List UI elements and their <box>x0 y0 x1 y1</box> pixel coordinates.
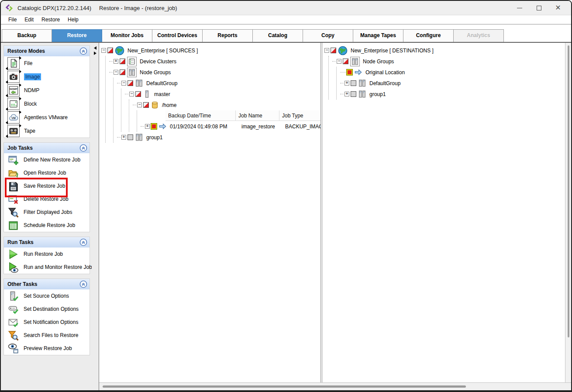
tree-expander-minus[interactable]: − <box>114 70 118 75</box>
backup-table-column-header[interactable]: Job Type <box>279 110 320 120</box>
tree-children: −Node GroupsOriginal Location+DefaultGro… <box>328 56 565 100</box>
minimize-button[interactable] <box>510 1 529 14</box>
tree-node-label[interactable]: New_Enterprise [ DESTINATIONS ] <box>350 47 434 54</box>
sidebar-item-save-restore-job[interactable]: Save Restore Job <box>4 179 90 193</box>
vertical-scrollbar[interactable] <box>565 43 571 382</box>
tree-checkbox-partial[interactable] <box>135 91 141 97</box>
collapse-chevron-icon[interactable] <box>79 280 87 288</box>
tree-checkbox-partial[interactable] <box>331 48 336 53</box>
backup-datetime-cell[interactable]: 01/19/2024 01:49:08 PM <box>169 124 239 130</box>
globe-icon <box>338 46 348 55</box>
horizontal-scrollbar[interactable] <box>99 382 571 390</box>
tree-checkbox-checked[interactable] <box>347 69 352 75</box>
tree-expander-plus[interactable]: + <box>345 92 349 96</box>
tree-expander-minus[interactable]: − <box>129 92 134 96</box>
tree-expander-plus[interactable]: + <box>345 81 349 86</box>
menu-help[interactable]: Help <box>64 17 83 23</box>
tree-node-device-clusters: +Device Clusters <box>109 56 320 67</box>
tree-node-label[interactable]: Node Groups <box>362 58 395 65</box>
menu-edit[interactable]: Edit <box>21 17 38 23</box>
sidebar-item-label: Set Source Options <box>24 293 69 299</box>
tree-checkbox-partial[interactable] <box>120 58 125 64</box>
tree-node-label[interactable]: New_Enterprise [ SOURCES ] <box>127 47 199 54</box>
delete-job-icon <box>7 193 19 205</box>
tree-expander-minus[interactable]: − <box>137 103 142 107</box>
tree-node-label[interactable]: group1 <box>145 134 163 141</box>
tab-control-devices[interactable]: Control Devices <box>152 29 203 42</box>
sidebar-item-file[interactable]: File <box>4 56 90 70</box>
collapse-left-icon[interactable] <box>94 46 96 50</box>
collapse-chevron-icon[interactable] <box>79 238 87 246</box>
tree-checkbox-partial[interactable] <box>107 48 113 53</box>
sidebar-item-run-restore-job[interactable]: Run Restore Job <box>4 248 90 261</box>
tree-node-label[interactable]: DefaultGroup <box>369 80 401 87</box>
tree-checkbox-empty[interactable] <box>351 91 356 97</box>
sidebar-item-set-notification-options[interactable]: Set Notification Options <box>4 316 90 329</box>
tree-node-label[interactable]: DefaultGroup <box>145 80 178 87</box>
sidebar-item-define-new-restore-job[interactable]: Define New Restore Job <box>4 153 90 166</box>
tab-reports[interactable]: Reports <box>203 29 253 42</box>
tree-expander-minus[interactable]: − <box>101 48 106 53</box>
sidebar-item-image[interactable]: Image <box>4 70 90 83</box>
sidebar-item-set-source-options[interactable]: Set Source Options <box>4 289 90 303</box>
node-group-icon <box>127 68 137 77</box>
collapse-chevron-icon[interactable] <box>79 144 87 152</box>
tree-checkbox-empty[interactable] <box>127 134 133 140</box>
tree-expander-minus[interactable]: − <box>121 81 126 86</box>
tree-expander-plus[interactable]: + <box>121 135 126 140</box>
tree-node-label[interactable]: master <box>153 91 171 98</box>
tree-checkbox-partial[interactable] <box>343 58 348 64</box>
sidebar-item-open-restore-job[interactable]: Open Restore Job <box>4 166 90 179</box>
sidebar-item-ndmp[interactable]: NDMPNDMP <box>4 83 90 97</box>
tree-expander-plus[interactable]: + <box>145 124 150 129</box>
sidebar-item-run-and-monitor-restore-job[interactable]: Run and Monitor Restore Job <box>4 261 90 274</box>
backup-jobtype-cell[interactable]: BACKUP_IMAGE <box>283 124 320 130</box>
vertical-scrollbar-thumb[interactable] <box>568 45 569 337</box>
tab-monitor-jobs[interactable]: Monitor Jobs <box>102 29 152 42</box>
tab-configure[interactable]: Configure <box>403 29 454 42</box>
tab-copy[interactable]: Copy <box>303 29 353 42</box>
tree-expander-minus[interactable]: − <box>337 59 341 64</box>
tree-checkbox-partial[interactable] <box>127 80 133 86</box>
tree-connector <box>332 61 336 62</box>
sidebar-item-search-files-to-restore[interactable]: Search Files to Restore <box>4 329 90 342</box>
sidebar-item-tape[interactable]: Tape <box>4 124 90 138</box>
close-button[interactable]: ✕ <box>548 1 568 14</box>
tree-node-label[interactable]: Original Location <box>365 69 406 76</box>
svg-text:VM: VM <box>11 116 15 119</box>
tab-restore[interactable]: Restore <box>52 29 102 42</box>
backup-jobname-cell[interactable]: image_restore <box>239 124 283 130</box>
tab-catalog[interactable]: Catalog <box>253 29 303 42</box>
maximize-button[interactable] <box>529 1 548 14</box>
tab-backup[interactable]: Backup <box>2 29 52 42</box>
sidebar-item-agentless-vmware[interactable]: VMAgentless VMware <box>4 110 90 124</box>
backup-row-columns[interactable]: 01/19/2024 01:49:08 PMimage_restoreBACKU… <box>169 124 320 130</box>
backup-table-column-header[interactable]: Job Name <box>235 110 279 120</box>
tree-expander-plus[interactable]: + <box>114 59 118 64</box>
horizontal-scrollbar-thumb[interactable] <box>103 385 466 388</box>
collapse-chevron-icon[interactable] <box>79 47 87 55</box>
sidebar-splitter[interactable] <box>92 43 99 390</box>
tree-checkbox-partial[interactable] <box>120 69 125 75</box>
menu-restore[interactable]: Restore <box>38 17 64 23</box>
sidebar-item-schedule-restore-job[interactable]: Schedule Restore Job <box>4 219 90 232</box>
sidebar-item-set-destination-options[interactable]: Set Destination Options <box>4 303 90 316</box>
sidebar-item-delete-restore-job[interactable]: Delete Restore Job <box>4 193 90 206</box>
tree-checkbox-checked[interactable] <box>151 124 157 129</box>
sidebar-item-block[interactable]: Block <box>4 97 90 110</box>
tab-analytics[interactable]: Analytics <box>454 29 504 42</box>
expand-right-icon[interactable] <box>94 52 96 55</box>
tree-node-label[interactable]: Device Clusters <box>139 58 177 65</box>
sidebar-item-filter-displayed-jobs[interactable]: Filter Displayed Jobs <box>4 206 90 219</box>
sidebar-item-preview-restore-job[interactable]: Preview Restore Job <box>4 342 90 355</box>
tree-checkbox-partial[interactable] <box>143 102 149 108</box>
tree-node-label[interactable]: Node Groups <box>139 69 172 76</box>
menu-file[interactable]: File <box>4 17 21 23</box>
tree-node-label[interactable]: group1 <box>369 91 386 98</box>
tree-expander-minus[interactable]: − <box>324 48 329 53</box>
tree-node-label[interactable]: /home <box>161 102 177 109</box>
backup-table-column-header[interactable]: Backup Date/Time <box>165 110 235 120</box>
tab-manage-tapes[interactable]: Manage Tapes <box>353 29 403 42</box>
tree-checkbox-empty[interactable] <box>351 80 356 86</box>
vmware-cloud-icon: VM <box>7 111 20 124</box>
